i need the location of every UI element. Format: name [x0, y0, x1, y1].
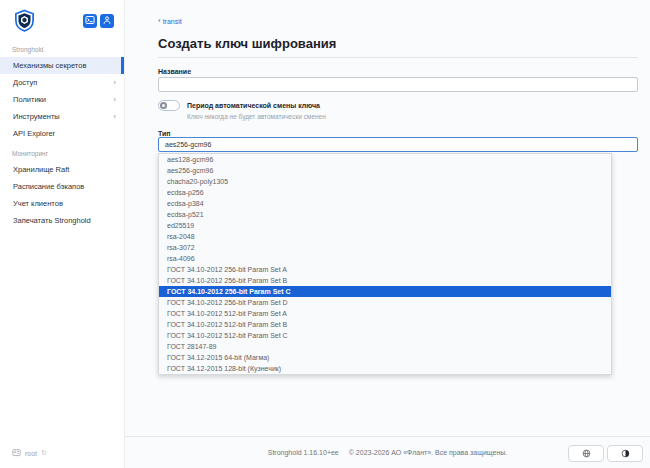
- sidebar-section-stronghold: Stronghold: [0, 38, 124, 57]
- name-input[interactable]: [158, 77, 638, 92]
- sidebar-nav-monitoring: Хранилище Raft › Расписание бэкапов › Уч…: [0, 161, 124, 229]
- dropdown-option[interactable]: rsa-4096: [159, 253, 611, 264]
- auth-user-label: root: [25, 450, 37, 457]
- sidebar-item[interactable]: Хранилище Raft ›: [0, 161, 124, 178]
- user-menu-button[interactable]: [100, 14, 114, 28]
- main-area: ‹ transit Создать ключ шифрования Назван…: [125, 0, 650, 468]
- title-divider: [158, 57, 638, 58]
- type-select[interactable]: aes256-gcm96: [158, 137, 638, 152]
- chevron-left-icon: ‹: [158, 17, 161, 25]
- dropdown-option[interactable]: ecdsa-p384: [159, 198, 611, 209]
- dropdown-option[interactable]: ГОСТ 34.10-2012 256-bit Param Set C: [159, 286, 611, 297]
- sidebar-item[interactable]: Механизмы секретов ›: [0, 57, 124, 74]
- dropdown-option[interactable]: ecdsa-p256: [159, 187, 611, 198]
- footer: Stronghold 1.16.10+ee © 2023-2026 АО «Фл…: [125, 436, 650, 468]
- type-field-label: Тип: [158, 130, 638, 137]
- dropdown-option[interactable]: rsa-2048: [159, 231, 611, 242]
- dropdown-option[interactable]: ГОСТ 34.12-2015 64-bit (Магма): [159, 352, 611, 363]
- dropdown-option[interactable]: ГОСТ 34.10-2012 512-bit Param Set B: [159, 319, 611, 330]
- dropdown-option[interactable]: chacha20-poly1305: [159, 176, 611, 187]
- sidebar-item-label: Инструменты: [13, 112, 60, 121]
- stronghold-logo-icon: [13, 9, 36, 32]
- dropdown-option[interactable]: ГОСТ 34.12-2015 128-bit (Кузнечик): [159, 363, 611, 374]
- theme-toggle-button[interactable]: [607, 445, 643, 462]
- sidebar-item[interactable]: API Explorer ›: [0, 125, 124, 142]
- sidebar-item[interactable]: Инструменты ›: [0, 108, 124, 125]
- sidebar-section-monitoring: Мониторинг: [0, 142, 124, 161]
- sidebar-item-label: Расписание бэкапов: [13, 182, 84, 191]
- dropdown-option[interactable]: aes256-gcm96: [159, 165, 611, 176]
- name-field-label: Название: [158, 68, 638, 75]
- dropdown-option[interactable]: rsa-3072: [159, 242, 611, 253]
- sidebar-item-label: Доступ: [13, 78, 37, 87]
- dropdown-option[interactable]: ecdsa-p521: [159, 209, 611, 220]
- sidebar: Stronghold Механизмы секретов › Доступ ›: [0, 0, 125, 468]
- dropdown-option[interactable]: ГОСТ 34.10-2012 256-bit Param Set A: [159, 264, 611, 275]
- terminal-icon: [85, 13, 95, 28]
- page-title: Создать ключ шифрования: [158, 36, 638, 51]
- chevron-right-icon: ›: [113, 96, 116, 104]
- dropdown-option[interactable]: ГОСТ 34.10-2012 512-bit Param Set A: [159, 308, 611, 319]
- sidebar-item[interactable]: Запечатать Stronghold ›: [0, 212, 124, 229]
- user-badge-icon: [12, 448, 21, 458]
- console-button[interactable]: [83, 14, 97, 28]
- dropdown-option[interactable]: ГОСТ 28147-89: [159, 341, 611, 352]
- sidebar-item[interactable]: Учет клиентов ›: [0, 195, 124, 212]
- toggle-knob: [160, 102, 167, 109]
- sidebar-item[interactable]: Расписание бэкапов ›: [0, 178, 124, 195]
- sidebar-item-label: Политики: [13, 95, 46, 104]
- sidebar-item[interactable]: Политики ›: [0, 91, 124, 108]
- app-window: Stronghold Механизмы секретов › Доступ ›: [0, 0, 650, 468]
- user-icon: [102, 13, 112, 28]
- type-select-value: aes256-gcm96: [165, 141, 211, 148]
- breadcrumb-label: transit: [163, 18, 182, 25]
- auth-status[interactable]: root ↻: [0, 448, 124, 468]
- dropdown-option[interactable]: ГОСТ 34.10-2012 256-bit Param Set B: [159, 275, 611, 286]
- globe-icon: [582, 446, 591, 461]
- breadcrumb[interactable]: ‹ transit: [158, 17, 182, 25]
- sidebar-item-label: Запечатать Stronghold: [13, 216, 91, 225]
- dropdown-option[interactable]: ГОСТ 34.10-2012 256-bit Param Set D: [159, 297, 611, 308]
- sidebar-item-label: Механизмы секретов: [13, 61, 86, 70]
- sidebar-item-label: Учет клиентов: [13, 199, 63, 208]
- theme-contrast-icon: [621, 446, 630, 461]
- rotation-toggle-helper: Ключ никогда не будет автоматически смен…: [187, 113, 638, 120]
- sidebar-item[interactable]: Доступ ›: [0, 74, 124, 91]
- sidebar-logo-row: [0, 0, 124, 38]
- dropdown-option[interactable]: ed25519: [159, 220, 611, 231]
- dropdown-option[interactable]: aes128-gcm96: [159, 154, 611, 165]
- rotation-toggle[interactable]: [158, 100, 180, 111]
- create-key-form: ‹ transit Создать ключ шифрования Назван…: [125, 0, 650, 152]
- dropdown-option[interactable]: ГОСТ 34.10-2012 512-bit Param Set C: [159, 330, 611, 341]
- sidebar-item-label: Хранилище Raft: [13, 165, 69, 174]
- footer-version: Stronghold 1.16.10+ee: [268, 449, 339, 456]
- footer-copyright: © 2023-2026 АО «Флант». Все права защище…: [349, 449, 508, 456]
- type-dropdown: aes128-gcm96 aes256-gcm96 chacha20-poly1…: [158, 153, 612, 375]
- language-button[interactable]: [568, 445, 604, 462]
- refresh-icon: ↻: [41, 449, 47, 457]
- chevron-right-icon: ›: [113, 79, 116, 87]
- chevron-right-icon: ›: [113, 113, 116, 121]
- rotation-toggle-label: Период автоматической смены ключа: [187, 102, 320, 109]
- sidebar-item-label: API Explorer: [13, 129, 55, 138]
- sidebar-nav-main: Механизмы секретов › Доступ › Политики ›: [0, 57, 124, 142]
